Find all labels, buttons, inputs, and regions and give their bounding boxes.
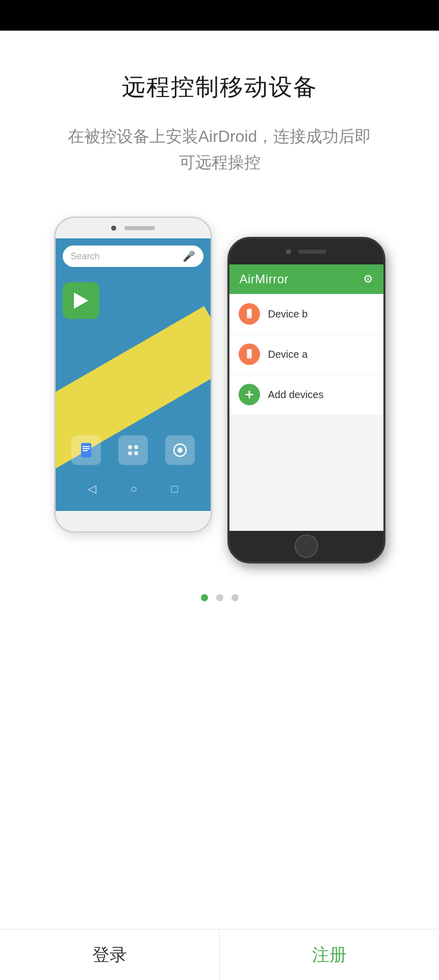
svg-point-12	[249, 316, 250, 317]
android-screen: Search 🎤	[56, 238, 211, 511]
device-b-icon	[239, 303, 260, 325]
airdroid-app-icon	[63, 282, 99, 319]
add-device-icon	[239, 384, 260, 405]
page-title: 远程控制移动设备	[122, 71, 318, 103]
home-button	[295, 534, 318, 558]
svg-point-10	[177, 448, 183, 453]
login-label: 登录	[92, 943, 127, 967]
android-phone: Search 🎤	[54, 216, 212, 533]
page-subtitle: 在被控设备上安装AirDroid，连接成功后即可远程操控	[62, 124, 378, 176]
bottom-nav: 登录 注册	[0, 929, 439, 980]
pagination-dots	[201, 594, 239, 601]
android-search-bar: Search 🎤	[63, 246, 203, 267]
plus-icon	[244, 389, 255, 400]
phone-icon-b	[244, 308, 255, 320]
android-bottom-icons	[56, 435, 211, 465]
android-top-bar	[56, 218, 211, 238]
device-a-icon	[239, 344, 260, 365]
dot-3	[231, 594, 239, 601]
dot-1	[201, 594, 208, 601]
phone-icon-a	[244, 349, 255, 360]
iphone-speaker	[298, 250, 326, 254]
add-devices-label: Add devices	[268, 389, 324, 401]
iphone: AirMirror ⚙ Device b	[227, 237, 385, 564]
android-camera	[111, 226, 116, 231]
app-icon-2	[118, 435, 148, 465]
docs-icon	[78, 442, 94, 458]
device-add-item: Add devices	[229, 375, 383, 415]
login-button[interactable]: 登录	[0, 929, 220, 980]
iphone-camera	[286, 249, 291, 254]
android-bottom-bar	[56, 511, 211, 531]
search-placeholder: Search	[71, 251, 100, 262]
svg-point-7	[128, 451, 132, 455]
home-icon: ○	[131, 482, 137, 496]
airmirror-title: AirMirror	[240, 272, 289, 286]
android-speaker	[124, 226, 155, 230]
svg-rect-4	[83, 450, 88, 451]
svg-rect-2	[83, 446, 90, 447]
content-area: 远程控制移动设备 在被控设备上安装AirDroid，连接成功后即可远程操控 Se…	[0, 31, 439, 929]
recents-icon: □	[171, 482, 178, 496]
back-icon: ◁	[88, 482, 96, 496]
iphone-bottom-bar	[229, 531, 383, 561]
mic-icon: 🎤	[183, 250, 195, 262]
iphone-screen: AirMirror ⚙ Device b	[229, 264, 383, 531]
device-list: Device b Device a	[229, 294, 383, 415]
device-item-b: Device b	[229, 294, 383, 334]
svg-point-5	[128, 445, 132, 449]
android-nav-bar: ◁ ○ □	[56, 482, 211, 496]
gear-icon: ⚙	[363, 273, 373, 286]
airdroid-arrow-icon	[71, 290, 91, 311]
svg-point-14	[249, 357, 250, 358]
svg-rect-3	[83, 448, 90, 449]
camera-icon	[172, 442, 188, 458]
dot-2	[216, 594, 223, 601]
app-icon-1	[71, 435, 101, 465]
svg-point-8	[134, 451, 138, 455]
apps-icon	[125, 442, 141, 458]
app-icon-3	[165, 435, 195, 465]
status-bar	[0, 0, 439, 31]
svg-marker-0	[74, 292, 88, 309]
iphone-top-bar	[229, 239, 383, 264]
device-b-name: Device b	[268, 308, 308, 320]
device-a-name: Device a	[268, 349, 308, 360]
register-button[interactable]: 注册	[220, 929, 439, 980]
svg-point-6	[134, 445, 138, 449]
device-item-a: Device a	[229, 334, 383, 375]
phones-illustration: Search 🎤	[31, 216, 408, 564]
airmirror-header: AirMirror ⚙	[229, 264, 383, 294]
register-label: 注册	[312, 943, 347, 967]
